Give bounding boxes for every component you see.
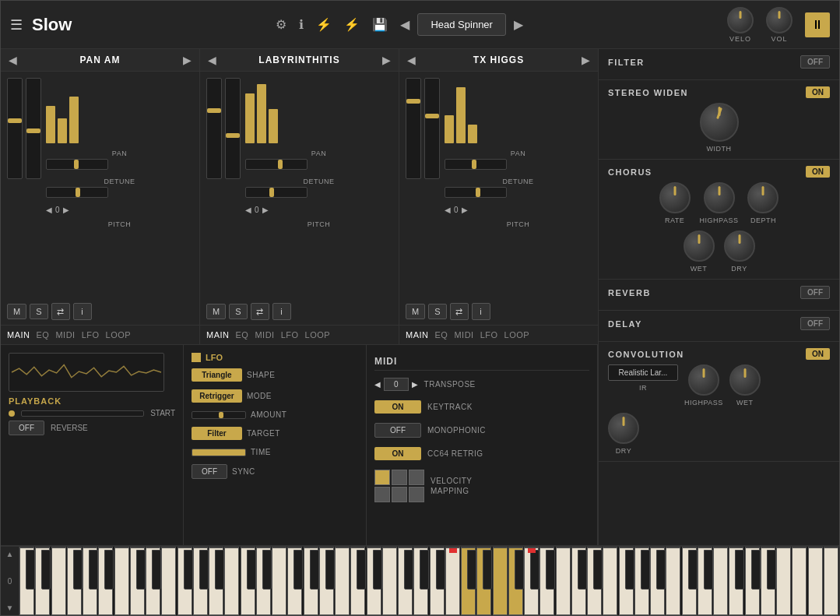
black-key[interactable] — [325, 550, 335, 590]
black-key[interactable] — [420, 550, 429, 590]
black-key[interactable] — [247, 550, 256, 590]
black-key[interactable] — [262, 550, 272, 590]
octave-up-btn[interactable]: ▲ — [6, 550, 14, 558]
white-key[interactable] — [382, 547, 397, 615]
black-key[interactable] — [404, 550, 413, 590]
preset-prev-button[interactable]: ◀ — [397, 17, 413, 32]
black-key[interactable] — [735, 550, 744, 590]
midi-monophonic-btn[interactable]: OFF — [374, 423, 421, 438]
black-key[interactable] — [625, 550, 634, 590]
transpose-next[interactable]: ▶ — [412, 380, 418, 389]
black-key[interactable] — [767, 550, 776, 590]
tab-pan-am-lfo[interactable]: LFO — [82, 329, 100, 341]
labyrinthitis-detune-slider[interactable] — [245, 187, 308, 198]
automation-button[interactable]: ⚡ — [341, 16, 363, 33]
white-key[interactable] — [335, 547, 350, 615]
labyrinthitis-fader1[interactable] — [206, 78, 222, 179]
pan-am-pan-slider[interactable] — [46, 159, 108, 170]
delay-toggle[interactable]: OFF — [800, 317, 830, 330]
black-key[interactable] — [578, 550, 587, 590]
pan-am-fader2[interactable] — [26, 78, 41, 179]
lfo-mode-btn[interactable]: Retrigger — [192, 389, 242, 403]
white-key[interactable] — [713, 547, 728, 615]
black-key[interactable] — [656, 550, 666, 590]
white-key[interactable] — [445, 547, 460, 615]
labyrinthitis-info-btn[interactable]: i — [272, 303, 291, 320]
tx-higgs-fader2[interactable] — [424, 78, 440, 179]
start-slider[interactable] — [21, 410, 144, 417]
vel-cell-2[interactable] — [392, 470, 407, 485]
tab-tx-higgs-lfo[interactable]: LFO — [480, 329, 498, 341]
tx-higgs-fader1[interactable] — [406, 78, 421, 179]
tx-higgs-pan-slider[interactable] — [445, 159, 507, 170]
labyrinthitis-pitch-prev[interactable]: ◀ — [245, 206, 251, 214]
tab-labyrinthitis-main[interactable]: MAIN — [206, 329, 230, 341]
vel-cell-5[interactable] — [392, 487, 407, 502]
white-key[interactable] — [824, 547, 838, 615]
black-key[interactable] — [515, 550, 524, 590]
velo-knob[interactable] — [727, 7, 754, 33]
panel-tx-higgs-prev[interactable]: ◀ — [407, 54, 416, 66]
black-key[interactable] — [593, 550, 603, 590]
depth-knob[interactable] — [747, 182, 778, 213]
pan-am-mute-btn[interactable]: M — [7, 304, 26, 319]
pan-am-pitch-next[interactable]: ▶ — [63, 206, 69, 214]
midi-learn-button[interactable]: ⚡ — [313, 16, 335, 33]
panel-pan-am-next[interactable]: ▶ — [183, 54, 192, 66]
preset-selector[interactable]: Head Spinner — [417, 13, 506, 36]
labyrinthitis-pitch-next[interactable]: ▶ — [262, 206, 269, 214]
labyrinthitis-fader2[interactable] — [225, 78, 241, 179]
vol-knob[interactable] — [766, 7, 793, 33]
pan-am-detune-slider[interactable] — [46, 187, 108, 198]
pan-am-pitch-prev[interactable]: ◀ — [46, 206, 52, 214]
tab-tx-higgs-midi[interactable]: MIDI — [454, 329, 473, 341]
tab-labyrinthitis-loop[interactable]: LOOP — [305, 329, 331, 341]
reverse-button[interactable]: OFF — [9, 421, 44, 435]
black-key[interactable] — [357, 550, 366, 590]
tx-higgs-shuffle-btn[interactable]: ⇄ — [450, 303, 469, 320]
tab-labyrinthitis-lfo[interactable]: LFO — [281, 329, 299, 341]
tab-tx-higgs-main[interactable]: MAIN — [406, 329, 429, 341]
white-key[interactable] — [272, 547, 286, 615]
vel-cell-6[interactable] — [409, 487, 424, 502]
black-key[interactable] — [136, 550, 146, 590]
black-key[interactable] — [89, 550, 98, 590]
white-key[interactable] — [161, 547, 176, 615]
white-key[interactable] — [493, 547, 508, 615]
labyrinthitis-pan-slider[interactable] — [245, 159, 308, 170]
tab-pan-am-midi[interactable]: MIDI — [55, 329, 75, 341]
black-key[interactable] — [751, 550, 761, 590]
tab-labyrinthitis-midi[interactable]: MIDI — [255, 329, 274, 341]
lfo-shape-btn[interactable]: Triangle — [192, 368, 242, 382]
tab-tx-higgs-loop[interactable]: LOOP — [504, 329, 530, 341]
filter-toggle[interactable]: OFF — [800, 55, 830, 69]
black-key[interactable] — [184, 550, 193, 590]
panel-labyrinthitis-prev[interactable]: ◀ — [208, 54, 216, 66]
panel-labyrinthitis-next[interactable]: ▶ — [382, 54, 391, 66]
white-key[interactable] — [792, 547, 807, 615]
black-key[interactable] — [26, 550, 35, 590]
black-key[interactable] — [293, 550, 303, 590]
conv-wet-knob[interactable] — [729, 364, 761, 396]
settings-button[interactable]: ⚙ — [272, 16, 290, 33]
lfo-target-btn[interactable]: Filter — [192, 427, 242, 440]
black-key[interactable] — [310, 550, 319, 590]
white-key[interactable] — [808, 547, 823, 615]
black-key[interactable] — [436, 550, 445, 590]
panel-tx-higgs-next[interactable]: ▶ — [582, 54, 590, 66]
labyrinthitis-mute-btn[interactable]: M — [206, 304, 226, 319]
conv-dry-knob[interactable] — [608, 413, 639, 444]
vel-cell-1[interactable] — [374, 470, 390, 485]
black-key[interactable] — [641, 550, 650, 590]
vel-cell-3[interactable] — [409, 470, 424, 485]
pan-am-shuffle-btn[interactable]: ⇄ — [51, 303, 70, 320]
convolution-toggle[interactable]: ON — [806, 348, 830, 360]
white-key[interactable] — [114, 547, 129, 615]
chorus-dry-knob[interactable] — [724, 231, 755, 262]
black-key[interactable] — [73, 550, 83, 590]
black-key[interactable] — [483, 550, 492, 590]
width-knob[interactable] — [700, 103, 739, 142]
tab-labyrinthitis-eq[interactable]: EQ — [236, 329, 249, 341]
labyrinthitis-solo-btn[interactable]: S — [229, 304, 247, 319]
black-key[interactable] — [688, 550, 698, 590]
